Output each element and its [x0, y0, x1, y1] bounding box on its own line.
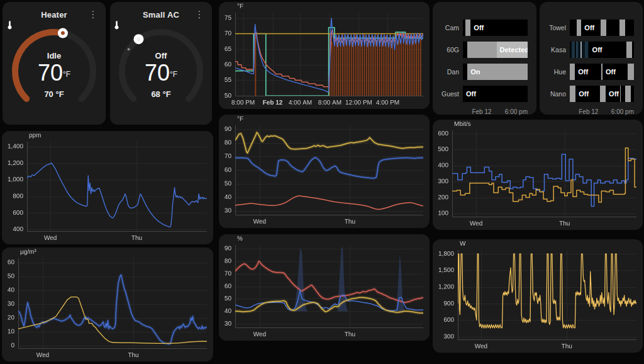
humidity-chart[interactable]	[219, 234, 430, 341]
thermostat-readout: Idle 70°F 70 °F	[7, 21, 101, 120]
network-throughput-chart[interactable]	[433, 120, 643, 230]
timeline-row: 60GDetected	[438, 42, 528, 58]
timeline-row: HueOffOff	[545, 64, 634, 80]
state-segment[interactable]	[463, 64, 467, 80]
entity-label: Towel	[545, 24, 566, 31]
thermostat-card-heater: Heater ⋮ Idle 70°F 70 °F	[3, 2, 106, 125]
state-label: Off	[584, 24, 594, 31]
state-segment[interactable]	[632, 42, 634, 58]
entity-label: Dan	[438, 68, 459, 76]
hvac-state: Off	[155, 51, 167, 60]
timeline-rows: CamOff60GDetectedDanOnGuestOff	[438, 20, 528, 102]
state-timeline-bar[interactable]: Off	[570, 20, 634, 36]
state-segment[interactable]	[465, 20, 470, 36]
chart-card-thermostat-history	[219, 2, 430, 109]
co2-chart[interactable]	[2, 131, 213, 244]
state-segment[interactable]: Off	[470, 20, 528, 36]
axis-time: 6:00 pm	[505, 108, 528, 115]
state-segment[interactable]	[577, 20, 581, 36]
timeline-axis: Feb 12 6:00 pm	[463, 108, 528, 115]
state-segment[interactable]	[600, 86, 606, 102]
entity-label: Hue	[545, 68, 566, 76]
state-timeline-bar[interactable]: Off	[570, 42, 634, 58]
state-segment[interactable]	[570, 42, 589, 58]
state-segment[interactable]: Off	[463, 86, 528, 102]
timeline-row: CamOff	[438, 20, 528, 36]
state-segment[interactable]	[626, 42, 632, 58]
entity-label: Guest	[438, 90, 459, 98]
particulates-chart[interactable]	[2, 247, 213, 361]
state-segment[interactable]	[606, 20, 619, 36]
entity-label: Nano	[545, 90, 566, 98]
current-temperature: 68 °F	[151, 89, 170, 99]
target-temperature: 70°F	[38, 62, 70, 84]
more-options-icon[interactable]: ⋮	[193, 8, 206, 21]
chart-card-co2	[2, 131, 213, 244]
chart-card-temperatures	[219, 115, 430, 228]
state-segment[interactable]	[467, 42, 496, 58]
timeline-axis: Feb 12 6:00 pm	[570, 108, 634, 115]
state-segment[interactable]	[570, 20, 577, 36]
state-label: Off	[474, 24, 484, 31]
entity-label: Kasa	[545, 46, 566, 54]
axis-date: Feb 12	[472, 108, 491, 115]
state-segment[interactable]: Detected	[497, 42, 528, 58]
state-segment[interactable]: Off	[589, 42, 626, 58]
entity-label: Cam	[438, 24, 459, 31]
temperatures-chart[interactable]	[219, 115, 430, 228]
power-chart[interactable]	[433, 239, 643, 353]
state-label: Detected	[500, 46, 528, 54]
timeline-row: TowelOff	[545, 20, 634, 36]
state-segment[interactable]	[619, 20, 625, 36]
state-label: Off	[606, 68, 616, 76]
state-segment[interactable]: Off	[606, 86, 619, 102]
thermostat-readout: Off 70°F 68 °F	[114, 21, 208, 120]
home-dashboard: Heater ⋮ Idle 70°F 70 °F Small AC ⋮ Off	[0, 0, 644, 364]
axis-time: 6:00 pm	[611, 108, 634, 115]
card-title: Heater	[41, 10, 67, 20]
state-segment[interactable]: Off	[581, 20, 601, 36]
state-label: Off	[578, 68, 588, 76]
timeline-rows: TowelOffKasaOffHueOffOffNanoOffOff	[545, 20, 634, 102]
state-segment[interactable]	[621, 86, 625, 102]
state-timeline-bar[interactable]: Detected	[463, 42, 528, 58]
state-segment[interactable]	[631, 86, 634, 102]
thermostat-history-chart[interactable]	[219, 2, 430, 109]
state-segment[interactable]	[601, 20, 606, 36]
state-segment[interactable]	[625, 86, 631, 102]
chart-card-particulates	[2, 247, 213, 361]
temperature-unit: °F	[170, 70, 177, 79]
chart-card-humidity	[219, 234, 430, 341]
thermostat-dial[interactable]: Idle 70°F 70 °F	[7, 21, 101, 120]
hvac-state: Idle	[47, 51, 61, 60]
state-label: Off	[579, 90, 589, 98]
state-segment[interactable]	[570, 64, 575, 80]
thermostat-card-small-ac: Small AC ⋮ Off 70°F 68 °F	[110, 2, 212, 125]
more-options-icon[interactable]: ⋮	[87, 8, 99, 21]
current-temperature: 70 °F	[44, 89, 64, 99]
chart-card-power	[433, 239, 643, 353]
state-timeline-bar[interactable]: OffOff	[570, 64, 634, 80]
target-temperature: 70°F	[145, 62, 177, 84]
state-segment[interactable]	[463, 42, 467, 58]
state-label: Off	[592, 46, 602, 54]
state-segment[interactable]: Off	[575, 86, 600, 102]
chart-card-network	[433, 120, 643, 230]
state-timeline-bar[interactable]: Off	[463, 86, 528, 102]
state-segment[interactable]	[570, 86, 575, 102]
state-timeline-bar[interactable]: OffOff	[570, 86, 634, 102]
entity-label: 60G	[438, 46, 459, 54]
state-segment[interactable]: Off	[575, 64, 601, 80]
state-timeline-bar[interactable]: On	[463, 64, 528, 80]
state-label: On	[470, 68, 480, 76]
state-segment[interactable]: Off	[602, 64, 628, 80]
card-title: Small AC	[143, 10, 179, 20]
state-segment[interactable]	[625, 20, 634, 36]
thermostat-dial[interactable]: Off 70°F 68 °F	[114, 21, 208, 120]
temperature-unit: °F	[63, 70, 70, 79]
state-segment[interactable]	[628, 64, 634, 80]
state-segment[interactable]: On	[467, 64, 528, 80]
state-timeline-bar[interactable]: Off	[463, 20, 528, 36]
card-header: Heater ⋮	[3, 2, 106, 20]
timeline-row: NanoOffOff	[545, 86, 634, 102]
